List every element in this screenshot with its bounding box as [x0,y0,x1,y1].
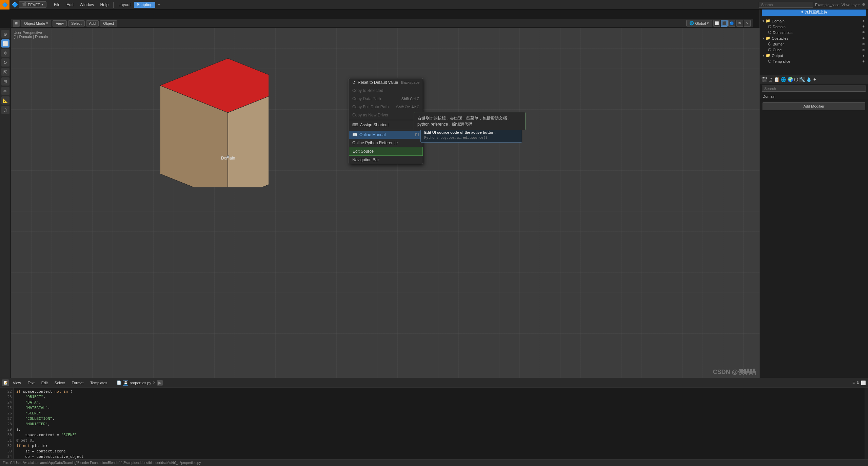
scripting-tab[interactable]: Scripting [134,2,155,8]
editor-right-btns: ≡ ⇕ ⬜ [852,380,866,385]
viewport-header: 🖥 Object Mode ▾ View Select Add Object 🌐… [11,19,753,28]
svg-text:Domain: Domain [221,156,235,161]
eye-icon-domain[interactable]: 👁 [862,25,865,29]
add-cube-tool[interactable]: ⬡ [1,106,9,114]
menu-edit[interactable]: Edit [64,2,76,8]
editor-type-icon[interactable]: 📝 [2,379,9,386]
ctx-reset-default[interactable]: ↺ Reset to Default Value Backspace [349,78,423,87]
layout-tab[interactable]: Layout [116,2,133,8]
solid-btn[interactable]: ⬛ [721,20,728,27]
editor-format-menu[interactable]: Format [69,380,86,386]
file-save-btn[interactable]: 💾 [123,380,128,386]
filter-icon[interactable]: ⚙ [862,2,865,7]
overlay-btn[interactable]: 👁 [736,20,743,27]
top-menubar: 🔷 🔷 🎬 EEVEE ▾ File Edit Window Help Layo… [0,0,868,10]
select-tool[interactable]: ⬜ [1,39,9,48]
scene-item-obstacles[interactable]: ▾ 📁 Obstacles 👁 [760,35,868,41]
annotate-tool[interactable]: ✏ [1,87,9,95]
particles-props-icon[interactable]: ✦ [813,77,817,82]
view-menu-btn[interactable]: View [53,20,67,26]
scene-name-label: Example_case [815,3,840,7]
props-search-input[interactable] [762,86,866,92]
line-29: 29 [1,427,12,432]
scene-item-tempslice[interactable]: ⬡ Temp slice 👁 [760,58,868,64]
view-layer-props-icon[interactable]: 📋 [774,77,780,82]
menu-file[interactable]: File [51,2,63,8]
scene-item-domain-collection[interactable]: ▾ 📁 Domain 👁 [760,18,868,24]
rotate-tool[interactable]: ↻ [1,58,9,67]
code-content[interactable]: if space.context not in ( "OBJECT", "DAT… [14,388,865,466]
editor-scrollbar[interactable] [865,388,868,466]
scene-item-output[interactable]: ▾ 📁 Output 👁 [760,53,868,58]
output-props-icon[interactable]: 🖨 [768,77,773,82]
scene-item-cube[interactable]: ⬡ Cube 👁 [760,47,868,53]
ctx-nav-bar[interactable]: Navigation Bar [349,156,423,164]
tempslice-icon: ⬡ [768,59,771,63]
object-mode-btn[interactable]: Object Mode ▾ [21,20,51,26]
add-workspace-btn[interactable]: + [156,2,162,8]
line-23: 23 [1,394,12,400]
object-menu-btn[interactable]: Object [100,20,117,26]
editor-view-menu[interactable]: View [10,380,24,386]
ctx-assign-shortcut[interactable]: ⌨ Assign Shortcut [349,121,423,129]
editor-templates-menu[interactable]: Templates [87,380,110,386]
props-search-area [760,84,868,93]
measure-tool[interactable]: 📐 [1,96,9,105]
line-27: 27 [1,416,12,422]
select-menu-btn[interactable]: Select [68,20,85,26]
line-25: 25 [1,405,12,411]
code-line-28: "MODIFIER", [16,422,862,427]
close-file-btn[interactable]: ✕ [153,380,156,385]
add-menu-btn[interactable]: Add [86,20,99,26]
rendered-btn[interactable]: 🔵 [728,20,735,27]
ctx-python-ref[interactable]: Online Python Reference [349,139,423,147]
menu-window[interactable]: Window [77,2,97,8]
add-modifier-btn[interactable]: Add Modifier [763,102,865,110]
shading-buttons: ⬜ ⬛ 🔵 [713,20,735,27]
line-28: 28 [1,422,12,427]
expand-editor-btn[interactable]: ⬜ [861,380,866,385]
world-props-icon[interactable]: 🌍 [787,77,793,82]
wrap-lines-btn[interactable]: ≡ [852,380,855,385]
eye-icon[interactable]: 👁 [862,19,865,23]
gizmo-btn[interactable]: ✕ [744,20,751,27]
editor-text-menu[interactable]: Text [25,380,37,386]
physics-props-icon[interactable]: 💧 [806,77,812,82]
transform-tool[interactable]: ⊞ [1,77,9,86]
top-search-input[interactable] [759,2,813,8]
ctx-edit-source[interactable]: Edit Source [349,147,423,156]
cube-icon: ⬡ [768,48,771,52]
viewport-type-icon[interactable]: 🖥 [13,20,20,27]
run-script-btn[interactable]: ▶ [157,380,163,386]
ctx-online-manual[interactable]: 📖 Online Manual F1 [349,131,423,139]
modifier-props-icon[interactable]: 🔧 [799,77,805,82]
ctx-sep-1 [349,120,423,120]
scene-item-burner[interactable]: ⬡ Burner 👁 [760,41,868,47]
transform-global-btn[interactable]: 🌐 Global ▾ [686,20,712,26]
editor-edit-menu[interactable]: Edit [39,380,51,386]
code-line-22: if space.context not in ( [16,389,862,394]
wireframe-btn[interactable]: ⬜ [713,20,720,27]
sync-scroll-btn[interactable]: ⇕ [856,380,860,385]
line-33: 33 [1,449,12,454]
engine-select[interactable]: 🎬 EEVEE ▾ [19,1,46,8]
eye-icon-burner[interactable]: 👁 [862,42,865,46]
render-props-icon[interactable]: 🎬 [761,77,767,82]
eye-icon-cube[interactable]: 👁 [862,48,865,52]
cursor-tool[interactable]: ⊕ [1,30,9,38]
eye-icon-output[interactable]: 👁 [862,54,865,58]
menu-help[interactable]: Help [97,2,111,8]
scene-item-domain-obj[interactable]: ⬡ Domain 👁 [760,24,868,30]
eye-icon-domainbcs[interactable]: 👁 [862,31,865,34]
eye-icon-obstacles[interactable]: 👁 [862,37,865,40]
scale-tool[interactable]: ⇱ [1,68,9,76]
code-line-23: "OBJECT", [16,394,862,400]
object-props-icon[interactable]: ⬡ [794,77,798,82]
scene-props-icon[interactable]: 🌐 [781,77,786,82]
view-layer-label: View Layer [842,3,860,7]
move-tool[interactable]: ✥ [1,49,9,57]
eye-icon-tempslice[interactable]: 👁 [862,60,865,63]
file-type-icon: 📄 [117,380,121,385]
editor-select-menu[interactable]: Select [52,380,68,386]
scene-item-domainbcs[interactable]: ⬡ Domain bcs 👁 [760,30,868,35]
